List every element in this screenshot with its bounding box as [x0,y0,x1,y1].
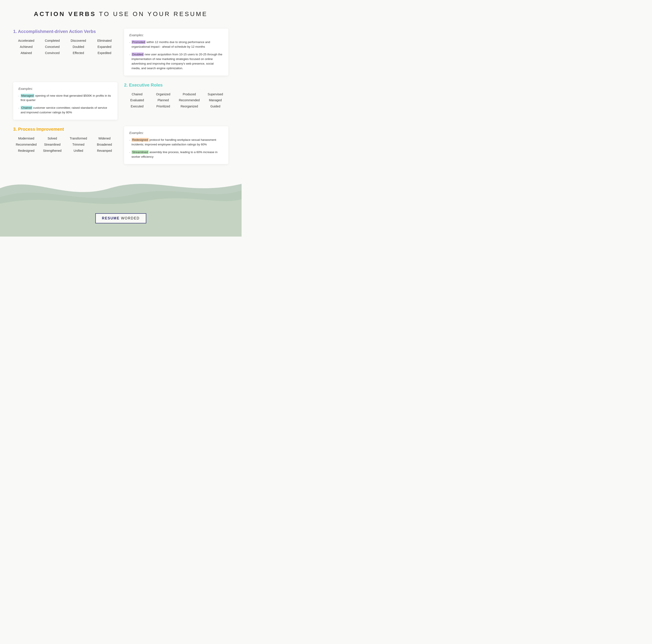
section1-card: Examples: · Promoted within 12 months du… [124,29,228,76]
section3-word-grid: Modernised Recommended Redesigned Solved… [13,136,117,153]
section3-heading: 3. Process Improvement [13,126,117,132]
section3-example-1: · Redesigned protocol for handling workp… [129,138,223,147]
highlight-streamlined: Streamlined [132,150,149,154]
section3-left: 3. Process Improvement Modernised Recomm… [13,126,117,153]
section1-left-example-2-text: Chaired customer service committee; rais… [21,106,112,115]
highlight-managed: Managed [21,94,34,98]
page-title: ACTION VERBS TO USE ON YOUR RESUME [0,10,242,18]
section3-row: 3. Process Improvement Modernised Recomm… [13,126,228,164]
section1-col4: Eliminated Expanded Expedited [91,38,117,56]
section1-example-1-text: Promoted within 12 months due to strong … [132,40,223,49]
section1-left-example-2: · Chaired customer service committee; ra… [19,106,112,115]
bullet-dot-2: · [129,53,130,71]
section1-row: 1. Accomplishment-driven Action Verbs Ac… [13,29,228,76]
wave-section: RESUME WORDED [0,166,242,237]
page-header: ACTION VERBS TO USE ON YOUR RESUME [0,0,242,24]
main-content: 1. Accomplishment-driven Action Verbs Ac… [0,24,242,164]
section1-left-card-wrapper: Examples: · Managed opening of new store… [13,82,117,120]
section1-col3: Discovered Doubled Effected [65,38,91,56]
section1-example-2: · Doubled new user acquisition from 10-1… [129,52,223,71]
highlight-redesigned: Redesigned [132,138,149,142]
section3-example-2-text: Streamlined assembly line process, leadi… [132,150,223,159]
section1-left-examples-label: Examples: [19,87,112,90]
section3-examples-label: Examples: [129,131,223,135]
section1-left-card: Examples: · Managed opening of new store… [13,82,117,120]
section1-left: 1. Accomplishment-driven Action Verbs Ac… [13,29,117,56]
bullet-dot-5: · [129,138,130,147]
section1-col1: Accelerated Achieved Attained [13,38,39,56]
section2-heading: 2. Executive Roles [124,82,228,88]
section1-examples-label: Examples: [129,33,223,37]
section2-col1: Chaired Evaluated Executed [124,92,150,109]
section3-card: Examples: · Redesigned protocol for hand… [124,126,228,164]
section1-col2: Completed Conceived Convinced [39,38,65,56]
highlight-promoted: Promoted [132,40,146,44]
bullet-dot: · [129,40,130,49]
wave-background [0,166,242,237]
section1-example-card: Examples: · Promoted within 12 months du… [124,29,228,76]
section1-left-example-1-text: Managed opening of new store that genera… [21,93,112,103]
footer-logo: RESUME WORDED [95,213,146,223]
highlight-doubled: Doubled [132,53,144,56]
section1-word-grid: Accelerated Achieved Attained Completed … [13,38,117,56]
section2-right: 2. Executive Roles Chaired Evaluated Exe… [124,82,228,109]
section2-row: Examples: · Managed opening of new store… [13,82,228,120]
section2-col4: Supervised Managed Guided [202,92,228,109]
section2-word-grid: Chaired Evaluated Executed Organized Pla… [124,92,228,109]
section3-col1: Modernised Recommended Redesigned [13,136,39,153]
section2-col2: Organized Planned Prioritized [150,92,176,109]
section3-col3: Transformed Trimmed Unified [65,136,91,153]
section3-col4: Widened Broadened Revamped [91,136,117,153]
section1-example-1: · Promoted within 12 months due to stron… [129,40,223,49]
section3-example-card: Examples: · Redesigned protocol for hand… [124,126,228,164]
footer-logo-rest: WORDED [120,216,140,220]
footer-logo-bold: RESUME [102,216,119,220]
section3-example-2: · Streamlined assembly line process, lea… [129,150,223,159]
section2-col3: Produced Recommended Reorganized [176,92,202,109]
section1-left-example-1: · Managed opening of new store that gene… [19,93,112,103]
section1-heading: 1. Accomplishment-driven Action Verbs [13,29,117,34]
bullet-dot-4: · [19,106,19,115]
bullet-dot-6: · [129,150,130,159]
highlight-chaired: Chaired [21,106,32,110]
page-wrapper: ACTION VERBS TO USE ON YOUR RESUME 1. Ac… [0,0,242,237]
section1-example-2-text: Doubled new user acquisition from 10-15 … [132,52,223,71]
section3-example-1-text: Redesigned protocol for handling workpla… [132,138,223,147]
bullet-dot-3: · [19,94,19,103]
section3-col2: Solved Streamlined Strengthened [39,136,65,153]
